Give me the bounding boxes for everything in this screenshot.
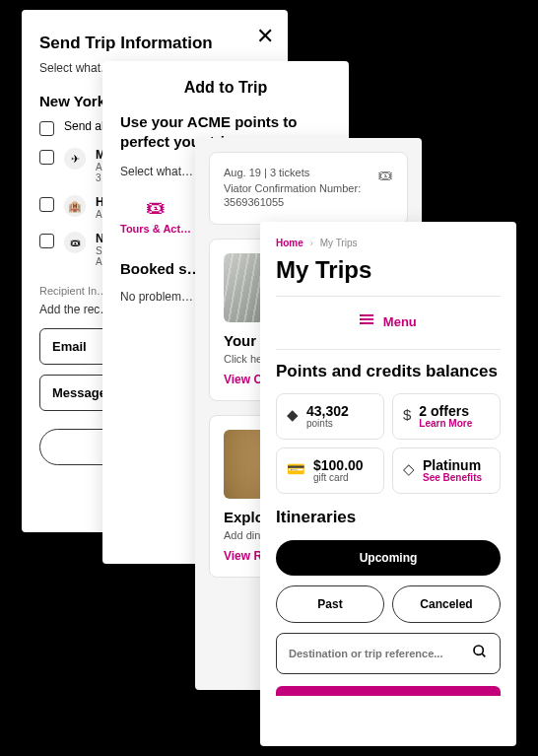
confirmation-number: 3569361055 <box>224 195 393 209</box>
chevron-right-icon: › <box>310 238 313 248</box>
menu-label: Menu <box>383 314 417 329</box>
booking-card: 🎟 Aug. 19 | 3 tickets Viator Confirmatio… <box>209 152 408 225</box>
ticket-icon: 🎟 <box>146 196 166 219</box>
points-label: points <box>306 418 349 429</box>
checkbox-icon[interactable] <box>39 197 54 212</box>
category-label: Tours & Act… <box>120 223 191 235</box>
confirmation-label: Viator Confirmation Number: <box>224 181 393 195</box>
checkbox-icon[interactable] <box>39 150 54 165</box>
ticket-icon: 🎟 <box>377 167 393 184</box>
diamond-outline-icon: ◇ <box>403 460 415 478</box>
hamburger-icon <box>360 312 373 326</box>
tab-upcoming[interactable]: Upcoming <box>276 540 501 576</box>
ticket-icon: 🎟 <box>64 232 86 253</box>
gift-card-tile[interactable]: 💳 $100.00 gift card <box>276 447 384 494</box>
svg-line-1 <box>482 653 485 656</box>
search-input[interactable] <box>289 648 464 659</box>
tier-value: Platinum <box>423 458 482 472</box>
offers-tile[interactable]: $ 2 offers Learn More <box>392 393 501 440</box>
dollar-icon: $ <box>403 406 411 423</box>
tab-canceled[interactable]: Canceled <box>392 585 501 623</box>
balances-heading: Points and credits balances <box>276 362 501 381</box>
checkbox-icon[interactable] <box>39 121 54 136</box>
offers-value: 2 offers <box>419 404 472 418</box>
my-trips-panel: Home › My Trips My Trips Menu Points and… <box>260 222 516 746</box>
divider <box>276 349 501 350</box>
divider <box>276 296 501 297</box>
booking-meta: Aug. 19 | 3 tickets <box>224 167 393 178</box>
learn-more-link[interactable]: Learn More <box>419 418 472 429</box>
accent-bar <box>276 686 501 696</box>
checkbox-icon[interactable] <box>39 234 54 248</box>
gift-card-icon: 💳 <box>287 460 305 478</box>
tab-past[interactable]: Past <box>276 585 384 623</box>
plane-icon: ✈ <box>64 148 86 170</box>
category-tours[interactable]: 🎟 Tours & Act… <box>120 196 191 236</box>
page-title: My Trips <box>276 256 501 284</box>
close-icon[interactable]: ✕ <box>256 24 274 49</box>
hotel-icon: 🏨 <box>64 195 86 217</box>
search-icon[interactable] <box>472 644 488 663</box>
diamond-icon: ◆ <box>287 406 299 424</box>
breadcrumb-current: My Trips <box>320 238 358 248</box>
points-value: 43,302 <box>306 404 349 418</box>
itineraries-heading: Itineraries <box>276 508 501 527</box>
breadcrumb: Home › My Trips <box>276 238 501 248</box>
panel-title: Add to Trip <box>120 79 331 97</box>
gift-card-label: gift card <box>313 472 364 483</box>
breadcrumb-home[interactable]: Home <box>276 238 303 248</box>
gift-card-value: $100.00 <box>313 458 364 472</box>
menu-button[interactable]: Menu <box>276 309 501 341</box>
panel-title: Send Trip Information <box>39 34 270 53</box>
tier-tile[interactable]: ◇ Platinum See Benefits <box>392 447 501 494</box>
search-field[interactable] <box>276 633 501 674</box>
svg-point-0 <box>474 646 483 654</box>
see-benefits-link[interactable]: See Benefits <box>423 472 482 483</box>
points-tile[interactable]: ◆ 43,302 points <box>276 393 384 440</box>
